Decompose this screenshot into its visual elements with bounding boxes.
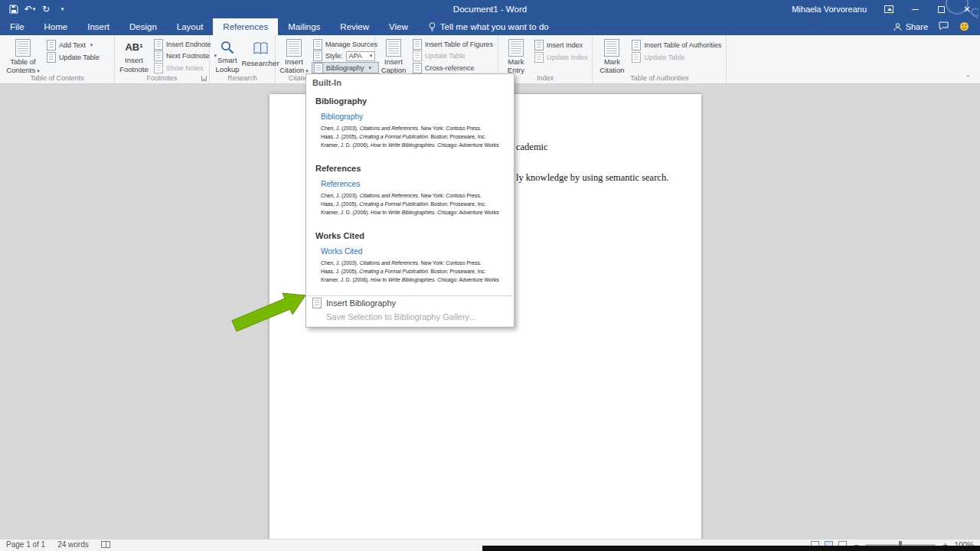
- close-button[interactable]: ✕: [954, 0, 980, 18]
- lightbulb-icon: [429, 22, 436, 32]
- manage-sources-button[interactable]: Manage Sources: [312, 39, 379, 50]
- cross-reference-button[interactable]: Cross-reference: [411, 63, 495, 73]
- manage-sources-icon: [313, 39, 322, 50]
- citation-line: Haas, J. (2005). Creating a Formal Publi…: [321, 132, 499, 141]
- citation-line: Chen, J. (2003). Citations and Reference…: [321, 259, 499, 267]
- tab-file[interactable]: File: [0, 18, 34, 35]
- citation-line: Haas, J. (2005). Creating a Formal Publi…: [321, 200, 499, 208]
- feedback-smiley-button[interactable]: [959, 21, 969, 33]
- group-label-table-of-authorities: Table of Authorities: [593, 73, 726, 83]
- comments-button[interactable]: [939, 21, 949, 32]
- signed-in-user[interactable]: Mihaela Vorvoreanu: [792, 5, 867, 14]
- insert-caption-button[interactable]: InsertCaption: [378, 37, 409, 73]
- taskbar-sliver: [482, 546, 980, 551]
- update-table-icon: [413, 51, 422, 61]
- citation-line: Kramer, J. D. (2006). How to Write Bibli…: [321, 208, 499, 217]
- undo-caret-icon: ▾: [33, 6, 36, 12]
- researcher-icon: [253, 41, 269, 57]
- style-select[interactable]: APA▾: [346, 51, 376, 61]
- maximize-button[interactable]: [928, 0, 954, 18]
- smiley-icon: [959, 21, 969, 31]
- smart-lookup-button[interactable]: SmartLookup: [213, 37, 242, 73]
- page-number-status[interactable]: Page 1 of 1: [6, 540, 45, 549]
- comment-icon: [939, 21, 949, 31]
- redo-icon: ↻: [42, 4, 50, 15]
- word-count-status[interactable]: 24 words: [57, 540, 89, 549]
- mark-citation-icon: [604, 39, 619, 57]
- dropdown-caret-icon: ▾: [370, 53, 373, 59]
- gallery-item-references[interactable]: References Chen, J. (2003). Citations an…: [314, 176, 506, 223]
- collapse-ribbon-button[interactable]: ⌃: [965, 74, 971, 82]
- style-icon: [313, 51, 322, 61]
- tell-me-box[interactable]: Tell me what you want to do: [418, 18, 560, 35]
- tab-mailings[interactable]: Mailings: [278, 18, 330, 35]
- insert-index-button[interactable]: Insert Index: [533, 39, 590, 51]
- group-label-research: Research: [210, 73, 275, 83]
- footnotes-dialog-launcher[interactable]: [201, 76, 207, 81]
- citation-line: Haas, J. (2005). Creating a Formal Publi…: [321, 267, 499, 276]
- gallery-heading-works-cited: Works Cited: [306, 223, 514, 243]
- tab-review[interactable]: Review: [330, 18, 379, 35]
- citation-line: Chen, J. (2003). Citations and Reference…: [321, 191, 499, 200]
- menu-item-insert-bibliography[interactable]: Insert Bibliography: [306, 296, 514, 310]
- insert-citation-button[interactable]: InsertCitation▾: [279, 37, 309, 73]
- update-table-icon: [632, 52, 641, 63]
- quick-access-toolbar: ↶▾ ↻ ▾: [6, 0, 70, 18]
- insert-table-of-authorities-button[interactable]: Insert Table of Authorities: [630, 39, 723, 51]
- mark-entry-icon: [508, 39, 524, 57]
- ribbon-display-options-button[interactable]: [876, 0, 902, 18]
- insert-citation-icon: [286, 39, 302, 57]
- gallery-heading-references: References: [306, 156, 514, 176]
- update-index-icon: [534, 52, 544, 63]
- gallery-item-works-cited[interactable]: Works Cited Chen, J. (2003). Citations a…: [314, 243, 506, 291]
- gallery-heading-bibliography: Bibliography: [306, 89, 514, 109]
- word-window: ↶▾ ↻ ▾ Document1 - Word Mihaela Vorvorea…: [0, 0, 980, 551]
- proofing-status-icon[interactable]: [101, 541, 110, 548]
- mark-citation-button[interactable]: MarkCitation: [596, 37, 628, 73]
- add-text-button[interactable]: Add Text▾: [45, 39, 101, 51]
- insert-endnote-button[interactable]: Insert Endnote: [152, 39, 218, 50]
- insert-footnote-icon: AB¹: [125, 41, 142, 54]
- insert-endnote-icon: [154, 39, 163, 50]
- redo-button[interactable]: ↻: [38, 1, 54, 18]
- update-index-button: Update Index: [533, 51, 590, 63]
- tab-insert[interactable]: Insert: [77, 18, 119, 35]
- document-text-fragment: ly knowledge by using semantic search.: [516, 172, 668, 184]
- insert-table-of-figures-icon: [413, 39, 422, 50]
- group-label-table-of-contents: Table of Contents: [0, 73, 114, 83]
- titlebar: ↶▾ ↻ ▾ Document1 - Word Mihaela Vorvorea…: [0, 0, 980, 18]
- ribbon-group-table-of-contents: Table ofContents▾ Add Text▾ Update Table…: [0, 35, 115, 83]
- undo-button[interactable]: ↶▾: [22, 1, 38, 18]
- save-button[interactable]: [6, 1, 21, 18]
- mark-entry-button[interactable]: MarkEntry: [501, 37, 531, 73]
- table-of-contents-button[interactable]: Table ofContents▾: [3, 37, 43, 73]
- share-button[interactable]: Share: [893, 22, 928, 31]
- next-footnote-button[interactable]: Next Footnote▾: [152, 51, 218, 61]
- style-row: Style:APA▾: [312, 51, 379, 61]
- insert-table-of-figures-button[interactable]: Insert Table of Figures: [411, 39, 495, 50]
- update-table-button[interactable]: Update Table: [45, 51, 101, 63]
- researcher-button[interactable]: Researcher: [244, 37, 276, 73]
- tab-references[interactable]: References: [213, 18, 278, 35]
- citation-line: Kramer, J. D. (2006). How to Write Bibli…: [321, 276, 499, 284]
- bibliography-button[interactable]: Bibliography▾: [312, 62, 379, 73]
- group-label-footnotes: Footnotes: [115, 73, 209, 83]
- update-table-authorities-button: Update Table: [630, 51, 723, 63]
- qat-customize-button[interactable]: ▾: [54, 1, 70, 18]
- insert-caption-icon: [386, 39, 401, 57]
- insert-bibliography-icon: [312, 298, 322, 308]
- bibliography-dropdown-menu: Built-In Bibliography Bibliography Chen,…: [305, 73, 514, 328]
- ribbon-group-table-of-authorities: MarkCitation Insert Table of Authorities…: [593, 35, 727, 83]
- insert-footnote-button[interactable]: AB¹ InsertFootnote: [118, 37, 150, 73]
- maximize-icon: [938, 6, 945, 13]
- show-notes-button: Show Notes: [152, 63, 218, 73]
- menu-item-save-selection: Save Selection to Bibliography Gallery..…: [306, 310, 514, 324]
- tab-home[interactable]: Home: [34, 18, 78, 35]
- window-title: Document1 - Word: [230, 0, 750, 18]
- minimize-button[interactable]: [902, 0, 928, 18]
- tab-view[interactable]: View: [379, 18, 418, 35]
- dropdown-caret-icon: ▾: [369, 65, 372, 71]
- tab-layout[interactable]: Layout: [167, 18, 214, 35]
- tab-design[interactable]: Design: [119, 18, 167, 35]
- gallery-item-bibliography[interactable]: Bibliography Chen, J. (2003). Citations …: [314, 109, 506, 156]
